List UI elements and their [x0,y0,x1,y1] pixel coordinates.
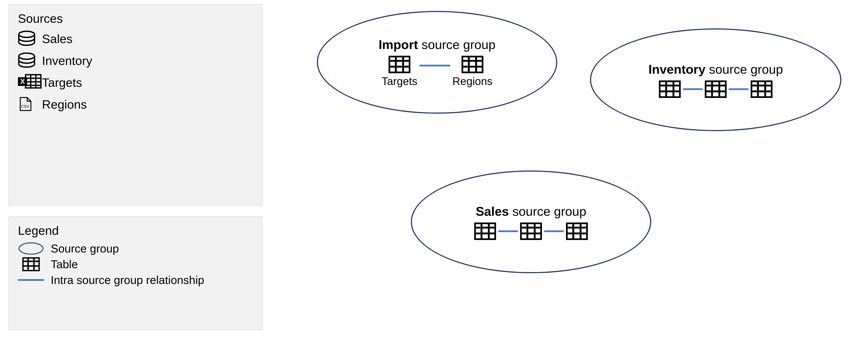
database-icon [18,30,35,48]
relationship-line [498,230,518,232]
group-title-bold: Inventory [648,62,705,76]
sales-source-group: Sales source group [411,170,651,273]
group-title: Import source group [378,37,495,52]
source-item-targets: Targets [18,74,253,91]
inventory-source-group: Inventory source group [590,28,841,131]
source-label: Sales [42,32,72,46]
source-label: Inventory [42,54,92,68]
source-label: Targets [42,75,82,90]
group-title-rest: source group [509,204,586,218]
table-label: Regions [452,75,492,88]
table-icon [462,56,484,73]
import-source-group: Import source group Targets Regions [317,11,557,114]
database-icon [18,52,35,69]
legend-label: Source group [51,242,119,255]
legend-panel: Legend Source group Table Intra source g… [9,216,262,330]
table-icon [566,222,588,240]
legend-label: Intra source group relationship [51,274,204,287]
table-icon [18,257,44,271]
csv-icon [18,96,35,113]
ellipse-icon [18,242,44,255]
table-icon [659,81,681,98]
relationship-line [683,88,703,90]
legend-row-relationship: Intra source group relationship [18,274,253,287]
group-title: Inventory source group [648,62,783,76]
table-icon [389,56,410,73]
sources-panel: Sources Sales Inventory Targets Regions [9,4,262,206]
line-icon [18,278,44,282]
sources-panel-title: Sources [18,11,253,26]
table-icon [474,222,496,240]
legend-row-table: Table [18,257,253,271]
table-icon [705,81,726,98]
relationship-line [420,65,450,66]
tables-row: Targets Regions [381,56,492,88]
sources-list: Sales Inventory Targets Regions [18,30,253,113]
legend-row-source-group: Source group [18,242,253,255]
source-label: Regions [42,97,87,112]
source-item-inventory: Inventory [18,52,253,69]
legend-panel-title: Legend [18,223,253,238]
excel-icon [18,74,35,91]
relationship-line [729,88,748,90]
relationship-line [544,230,564,232]
tables-row [659,81,773,98]
table-icon [751,81,773,98]
legend-label: Table [51,258,78,271]
source-item-sales: Sales [18,30,253,48]
tables-row [474,222,588,240]
svg-point-15 [19,243,43,254]
source-item-regions: Regions [18,96,253,113]
group-title-rest: source group [705,62,783,76]
group-title-rest: source group [418,37,496,52]
group-title-bold: Sales [476,204,509,218]
group-title-bold: Import [378,37,418,52]
group-title: Sales source group [476,204,586,219]
table-icon [520,222,542,240]
table-regions: Regions [452,56,492,88]
table-targets: Targets [381,56,417,88]
table-label: Targets [381,75,417,88]
